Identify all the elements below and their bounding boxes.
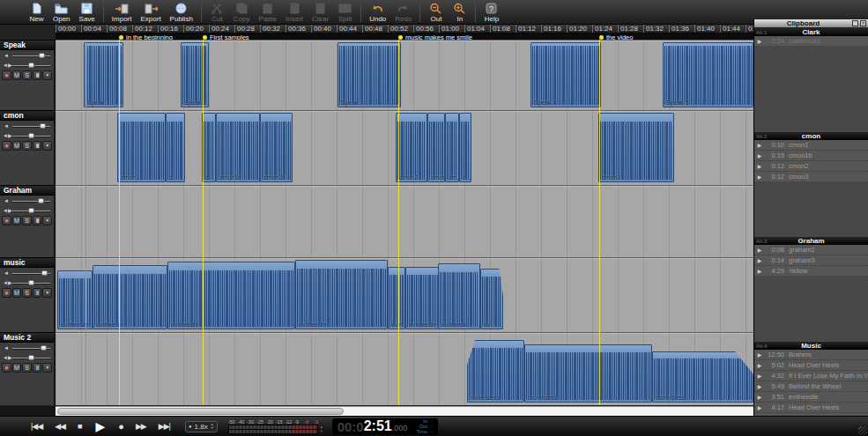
audio-clip[interactable]: Speak 3 — [338, 42, 401, 107]
clipboard-item[interactable]: ▶0:15cmon1b — [754, 151, 868, 161]
track-solo-button[interactable]: S — [22, 363, 32, 373]
track-options-dropdown[interactable]: ▼ — [42, 70, 52, 80]
clipboard-item[interactable]: ▶0:10cmon1 — [754, 140, 868, 151]
track-mute-button[interactable]: M — [12, 70, 22, 80]
pan-slider-thumb[interactable] — [28, 355, 34, 360]
toolbar-in-button[interactable]: In — [448, 0, 471, 24]
audio-clip[interactable]: c... — [166, 113, 185, 182]
audio-clip[interactable]: evilneedle — [438, 263, 480, 329]
track-record-button[interactable]: ● — [2, 363, 11, 373]
track-eq-button[interactable]: lıl — [33, 70, 42, 80]
rewind-button[interactable]: ◀◀ — [48, 417, 71, 436]
track-solo-button[interactable]: S — [22, 141, 32, 151]
track-eq-button[interactable]: lıl — [33, 288, 42, 298]
track-volume-slider[interactable] — [12, 52, 50, 59]
audio-clip[interactable]: c... — [459, 113, 471, 182]
pan-slider-thumb[interactable] — [28, 63, 34, 68]
track-record-button[interactable]: ● — [2, 288, 11, 298]
playhead-line[interactable] — [85, 40, 86, 405]
volume-slider-thumb[interactable] — [41, 345, 47, 351]
clipboard-item[interactable]: ▶3:51evilneedle — [754, 392, 868, 403]
track-volume-slider[interactable] — [12, 344, 50, 351]
audio-clip[interactable]: cmon1b — [260, 113, 293, 182]
track-options-dropdown[interactable]: ▼ — [42, 363, 52, 373]
section-header[interactable]: Alt-1Clark — [754, 28, 868, 36]
audio-clip[interactable]: evilneedle — [93, 265, 167, 329]
toolbar-split-button[interactable]: Split — [333, 0, 357, 24]
speed-stepper[interactable]: ▲▼ — [211, 423, 214, 430]
fast-forward-button[interactable]: ▶▶ — [130, 417, 152, 436]
volume-slider-thumb[interactable] — [40, 123, 46, 129]
section-header[interactable]: Alt-2cmon — [754, 132, 868, 140]
audio-clip[interactable]: evilneedle — [295, 260, 388, 329]
audio-clip[interactable]: Speak 2 — [181, 42, 209, 107]
audio-clip[interactable]: evin... — [388, 267, 405, 329]
track-mute-button[interactable]: M — [12, 288, 22, 298]
track-record-button[interactable]: ● — [2, 70, 11, 80]
track-solo-button[interactable]: S — [22, 216, 32, 225]
track-options-dropdown[interactable]: ▼ — [42, 288, 52, 298]
toolbar-save-button[interactable]: Save — [75, 0, 100, 24]
audio-clip[interactable]: Speak 1 — [84, 42, 123, 107]
pan-slider-thumb[interactable] — [28, 280, 34, 285]
toolbar-redo-button[interactable]: Redo — [390, 0, 416, 24]
audio-clip[interactable]: cmon2 — [427, 113, 445, 182]
toolbar-clear-button[interactable]: Clear — [308, 0, 333, 24]
clipboard-item[interactable]: ▶0:12cmon3 — [754, 172, 868, 182]
audio-clip[interactable]: moreisless — [652, 351, 753, 403]
play-button[interactable]: ▶ — [87, 417, 112, 436]
track-mute-button[interactable]: M — [12, 363, 22, 373]
clipboard-item[interactable]: ▶2:24clarktracks — [754, 36, 868, 47]
resize-grip[interactable] — [858, 426, 867, 435]
toolbar-undo-button[interactable]: Undo — [365, 0, 390, 24]
audio-clip[interactable]: cmon2 — [396, 113, 427, 182]
track-solo-button[interactable]: S — [22, 70, 32, 80]
volume-slider-thumb[interactable] — [41, 270, 48, 276]
clipboard-item[interactable]: ▶0:14graham3 — [754, 255, 868, 266]
track-pan-slider[interactable] — [12, 279, 50, 286]
clipboard-titlebar[interactable]: Clipboard ✕ — [754, 19, 868, 28]
panel-close-button[interactable]: ✕ — [860, 20, 866, 26]
audio-clip[interactable]: evilneedle — [405, 267, 441, 329]
track-volume-slider[interactable] — [12, 122, 50, 129]
section-header[interactable]: Alt-4Music — [754, 342, 868, 350]
timeline-ruler[interactable]: 00:0000:0400:0800:1200:1600:2000:2400:28… — [56, 25, 753, 33]
toolbar-copy-button[interactable]: Copy — [229, 0, 255, 24]
toolbar-export-button[interactable]: Export — [136, 0, 165, 24]
panel-shade-button[interactable] — [852, 20, 858, 26]
clipboard-item[interactable]: ▶12:50Brahms — [754, 350, 868, 360]
track-pan-slider[interactable] — [12, 62, 50, 69]
clipboard-item[interactable]: ▶5:02Head Over Heels — [754, 360, 868, 371]
clipboard-item[interactable]: ▶0:12cmon2 — [754, 161, 868, 172]
record-button[interactable]: ● — [112, 417, 130, 436]
audio-clip[interactable]: c... — [202, 113, 216, 182]
track-solo-button[interactable]: S — [22, 288, 32, 298]
audio-clip[interactable]: evi... — [480, 269, 503, 329]
audio-clip[interactable]: cmon3 — [598, 113, 674, 182]
toolbar-import-button[interactable]: Import — [108, 0, 137, 24]
track-options-dropdown[interactable]: ▼ — [42, 141, 52, 151]
clipboard-item[interactable]: ▶5:49Behind the Wheel — [754, 381, 868, 392]
clipboard-item[interactable]: ▶0:08graham2 — [754, 245, 868, 255]
section-header[interactable]: Alt-3Graham — [754, 237, 868, 245]
toolbar-open-button[interactable]: Open — [48, 0, 75, 24]
track-pan-slider[interactable] — [12, 354, 50, 361]
track-mute-button[interactable]: M — [12, 216, 22, 225]
track-pan-slider[interactable] — [12, 207, 50, 214]
pan-slider-thumb[interactable] — [28, 133, 34, 138]
toolbar-paste-button[interactable]: Paste — [255, 0, 281, 24]
stop-button[interactable]: ■ — [71, 417, 87, 436]
track-eq-button[interactable]: lıl — [33, 216, 42, 225]
audio-clip[interactable]: cmon1 — [117, 113, 166, 182]
toolbar-new-button[interactable]: New — [25, 0, 48, 24]
toolbar-out-button[interactable]: Out — [424, 0, 448, 24]
toolbar-publish-button[interactable]: Publish — [166, 0, 197, 24]
clipboard-item[interactable]: ▶4:32If I Ever Lose My Faith In You — [754, 371, 868, 381]
track-options-dropdown[interactable]: ▼ — [42, 216, 52, 225]
clipboard-item[interactable]: ▶4:17Head Over Heels — [754, 403, 868, 413]
go-to-start-button[interactable]: |◀◀ — [25, 417, 48, 436]
audio-clip[interactable]: moreisless — [467, 340, 524, 403]
audio-clip[interactable]: cmon1b — [216, 113, 260, 182]
horizontal-scrollbar[interactable] — [56, 406, 753, 416]
track-volume-slider[interactable] — [12, 197, 50, 204]
